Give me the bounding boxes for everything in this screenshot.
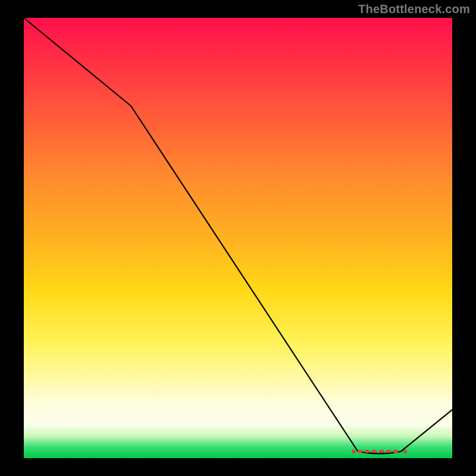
marker-dash bbox=[365, 450, 369, 453]
marker-dash bbox=[372, 450, 377, 453]
marker-dash bbox=[379, 450, 384, 453]
marker-end-dot bbox=[403, 450, 407, 453]
marker-dash bbox=[393, 450, 398, 453]
marker-start-dot bbox=[352, 450, 355, 453]
chart-frame: TheBottleneck.com bbox=[0, 0, 476, 476]
marker-dash bbox=[358, 450, 362, 453]
attribution-text: TheBottleneck.com bbox=[358, 2, 470, 16]
data-curve bbox=[24, 18, 452, 453]
marker-dash bbox=[386, 450, 391, 453]
chart-overlay bbox=[24, 18, 452, 458]
plot-area bbox=[24, 18, 452, 458]
